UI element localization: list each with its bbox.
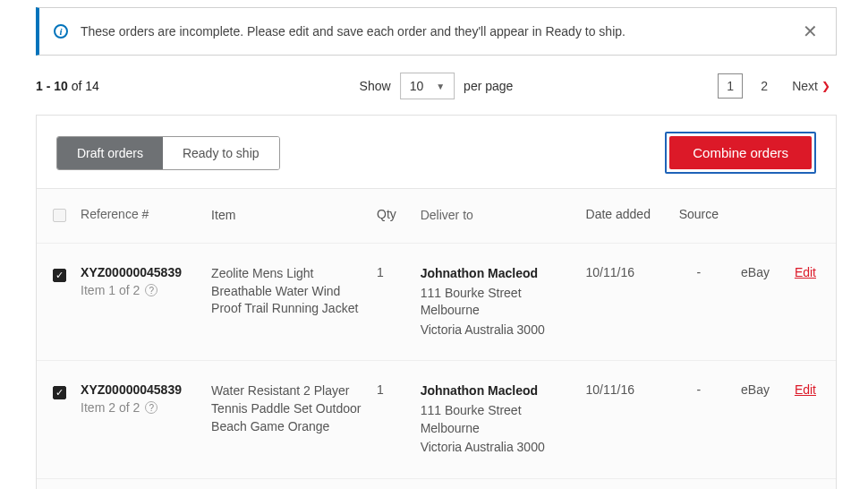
date-added: 10/11/16: [586, 265, 668, 279]
address-line: Victoria Australia 3000: [421, 322, 577, 339]
select-all-checkbox[interactable]: [53, 209, 66, 222]
tab-ready-to-ship[interactable]: Ready to ship: [163, 137, 279, 169]
order-tabs: Draft orders Ready to ship: [56, 136, 280, 170]
help-icon[interactable]: ?: [145, 401, 157, 414]
row-checkbox[interactable]: ✓: [53, 386, 66, 399]
chevron-right-icon: ❯: [821, 80, 830, 92]
page-2[interactable]: 2: [752, 73, 777, 99]
edit-link[interactable]: Edit: [795, 265, 816, 279]
item-count: Item 2 of 2 ?: [81, 400, 202, 415]
per-page-control: Show 10 ▼ per page: [360, 73, 514, 99]
table-header: Reference # Item Qty Deliver to Date add…: [37, 189, 836, 244]
platform: eBay: [729, 382, 781, 397]
combine-orders-highlight: Combine orders: [665, 132, 816, 174]
quantity: 1: [377, 265, 421, 279]
alert-message: These orders are incomplete. Please edit…: [81, 24, 799, 39]
header-deliver: Deliver to: [421, 207, 586, 225]
header-qty: Qty: [377, 207, 421, 221]
recipient-name: Johnathon Macleod: [421, 265, 577, 283]
item-description: Zeolite Mens Light Breathable Water Wind…: [211, 265, 377, 318]
platform: eBay: [729, 265, 781, 279]
address-line: 111 Bourke Street Melbourne: [421, 285, 577, 320]
source: -: [668, 382, 729, 397]
orders-panel: Draft orders Ready to ship Combine order…: [36, 115, 837, 489]
source: -: [668, 265, 729, 279]
table-row: ✓XYZ00000045839Item 1 of 2 ?Zeolite Mens…: [37, 244, 836, 361]
incomplete-orders-alert: i These orders are incomplete. Please ed…: [36, 7, 837, 56]
date-added: 10/11/16: [586, 382, 668, 397]
table-row: XYZ00000012345Raven 200 Lumens Compact L…: [37, 479, 836, 489]
tab-draft-orders[interactable]: Draft orders: [57, 137, 163, 169]
reference-number: XYZ00000045839: [81, 382, 202, 397]
per-page-select[interactable]: 10 ▼: [400, 73, 455, 99]
address-line: 111 Bourke Street Melbourne: [421, 402, 577, 437]
row-checkbox[interactable]: ✓: [53, 269, 66, 282]
orders-table: Reference # Item Qty Deliver to Date add…: [37, 189, 836, 489]
header-item: Item: [211, 207, 377, 225]
item-description: Water Resistant 2 Player Tennis Paddle S…: [211, 382, 377, 435]
help-icon[interactable]: ?: [145, 284, 157, 296]
reference-number: XYZ00000045839: [81, 265, 202, 279]
header-reference: Reference #: [81, 207, 211, 221]
close-icon[interactable]: ✕: [799, 21, 821, 42]
info-icon: i: [54, 24, 68, 39]
table-row: ✓XYZ00000045839Item 2 of 2 ?Water Resist…: [37, 361, 836, 478]
pagination: 1 2 Next ❯: [718, 73, 837, 99]
header-date: Date added: [586, 207, 668, 221]
results-range: 1 - 10 of 14: [36, 79, 99, 93]
page-1[interactable]: 1: [718, 73, 743, 99]
address-line: Victoria Australia 3000: [421, 439, 577, 457]
recipient-name: Johnathon Macleod: [421, 382, 577, 400]
edit-link[interactable]: Edit: [795, 382, 816, 397]
chevron-down-icon: ▼: [436, 82, 445, 91]
item-count: Item 1 of 2 ?: [81, 283, 202, 297]
header-source: Source: [668, 207, 729, 221]
next-page[interactable]: Next ❯: [786, 73, 837, 99]
combine-orders-button[interactable]: Combine orders: [669, 136, 812, 169]
quantity: 1: [377, 382, 421, 397]
